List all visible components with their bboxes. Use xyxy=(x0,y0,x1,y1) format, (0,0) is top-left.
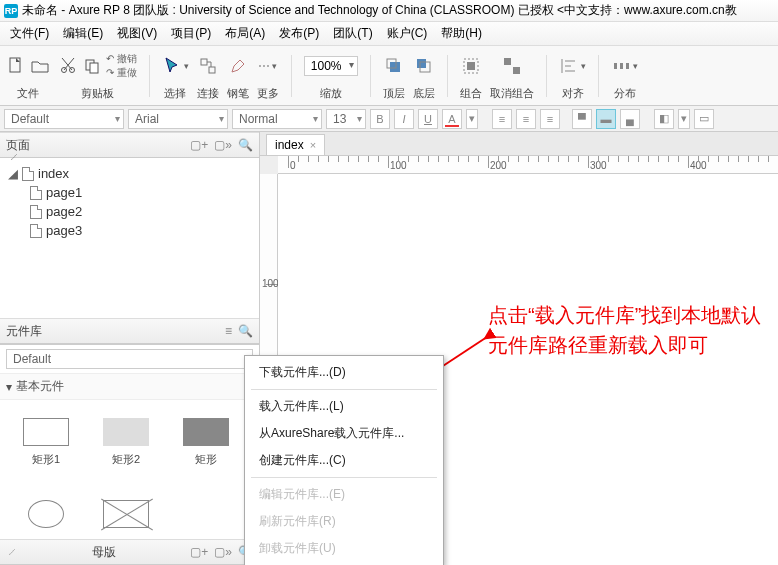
ungroup-icon[interactable] xyxy=(502,56,522,76)
valign-bottom-button[interactable]: ▄ xyxy=(620,109,640,129)
context-item[interactable]: 从AxureShare载入元件库... xyxy=(245,420,443,447)
horizontal-ruler: 0100200300400 xyxy=(278,156,778,174)
page-icon xyxy=(30,224,42,238)
widgets-panel-title: 元件库 xyxy=(6,323,42,340)
align-left-button[interactable]: ≡ xyxy=(492,109,512,129)
svg-rect-4 xyxy=(90,63,98,73)
annotation-text: 点击“载入元件库”找到本地默认元件库路径重新载入即可 xyxy=(488,300,768,360)
svg-rect-9 xyxy=(417,59,426,68)
pin-icon[interactable]: ⟋ xyxy=(8,150,20,164)
masters-panel-header: ⟋ 母版 ▢+ ▢» 🔍 xyxy=(0,539,259,565)
menu-edit[interactable]: 编辑(E) xyxy=(57,23,109,44)
connect-tool-icon[interactable] xyxy=(198,56,218,76)
menu-publish[interactable]: 发布(P) xyxy=(273,23,325,44)
menu-view[interactable]: 视图(V) xyxy=(111,23,163,44)
font-color-button[interactable]: A xyxy=(442,109,462,129)
tree-root[interactable]: ◢index xyxy=(8,164,251,183)
distribute-icon[interactable] xyxy=(611,56,631,76)
page-icon xyxy=(30,186,42,200)
tree-item[interactable]: page2 xyxy=(8,202,251,221)
context-item: 卸载元件库(U) xyxy=(245,535,443,562)
menu-project[interactable]: 项目(P) xyxy=(165,23,217,44)
toolbar-label-clip: 剪贴板 xyxy=(81,86,114,101)
redo-label[interactable]: ↷ 重做 xyxy=(106,66,137,80)
toolbar-label-align: 对齐 xyxy=(562,86,584,101)
font-weight-select[interactable]: Normal xyxy=(232,109,322,129)
context-item: 刷新元件库(R) xyxy=(245,508,443,535)
menu-file[interactable]: 文件(F) xyxy=(4,23,55,44)
toolbar-label-zoom: 缩放 xyxy=(320,86,342,101)
widgets-panel: Default ▾基本元件 矩形1 矩形2 矩形 xyxy=(0,344,259,539)
masters-panel-title: 母版 xyxy=(92,544,116,561)
context-item: 编辑元件库...(E) xyxy=(245,481,443,508)
section-header[interactable]: ▾基本元件 xyxy=(0,374,259,400)
bring-front-icon[interactable] xyxy=(384,56,404,76)
valign-middle-button[interactable]: ▬ xyxy=(596,109,616,129)
separator xyxy=(149,55,150,97)
border-more[interactable]: ▭ xyxy=(694,109,714,129)
library-context-menu: 下载元件库...(D)载入元件库...(L)从AxureShare载入元件库..… xyxy=(244,355,444,565)
underline-button[interactable]: U xyxy=(418,109,438,129)
add-master-folder-icon[interactable]: ▢» xyxy=(214,545,232,559)
align-center-button[interactable]: ≡ xyxy=(516,109,536,129)
align-right-button[interactable]: ≡ xyxy=(540,109,560,129)
context-item[interactable]: 载入元件库...(L) xyxy=(245,393,443,420)
pen-tool-icon[interactable] xyxy=(228,56,248,76)
italic-button[interactable]: I xyxy=(394,109,414,129)
align-icon[interactable] xyxy=(559,56,579,76)
send-back-icon[interactable] xyxy=(414,56,434,76)
menu-account[interactable]: 账户(C) xyxy=(381,23,434,44)
fill-color-button[interactable]: ◧ xyxy=(654,109,674,129)
new-file-icon[interactable] xyxy=(6,56,26,76)
library-select[interactable]: Default xyxy=(6,349,253,369)
svg-rect-5 xyxy=(201,59,207,65)
toolbar-label-ungroup: 取消组合 xyxy=(490,86,534,101)
menu-layout[interactable]: 布局(A) xyxy=(219,23,271,44)
bold-button[interactable]: B xyxy=(370,109,390,129)
search-widgets-icon[interactable]: 🔍 xyxy=(238,324,253,338)
app-logo: RP xyxy=(4,4,18,18)
separator xyxy=(291,55,292,97)
font-select[interactable]: Arial xyxy=(128,109,228,129)
widget-rect2[interactable]: 矩形2 xyxy=(86,406,166,478)
font-color-more[interactable]: ▾ xyxy=(466,109,478,129)
open-file-icon[interactable] xyxy=(30,56,50,76)
widgets-panel-header: 元件库 ≡ 🔍 xyxy=(0,318,259,344)
context-item[interactable]: 下载元件库...(D) xyxy=(245,359,443,386)
zoom-select[interactable]: 100% xyxy=(304,56,359,76)
select-tool-icon[interactable] xyxy=(162,56,182,76)
widget-rect1[interactable]: 矩形1 xyxy=(6,406,86,478)
add-master-icon[interactable]: ▢+ xyxy=(190,545,208,559)
tree-item[interactable]: page1 xyxy=(8,183,251,202)
widget-rect3[interactable]: 矩形 xyxy=(166,406,246,478)
left-column: ⟋ 页面 ▢+ ▢» 🔍 ◢index page1 page2 page3 元件… xyxy=(0,132,260,565)
more-tools-icon[interactable]: ⋯ xyxy=(258,59,270,73)
svg-rect-16 xyxy=(620,63,623,69)
undo-label[interactable]: ↶ 撤销 xyxy=(106,52,137,66)
copy-icon[interactable] xyxy=(82,56,102,76)
menu-help[interactable]: 帮助(H) xyxy=(435,23,488,44)
tab-index[interactable]: index× xyxy=(266,134,325,155)
fill-color-more[interactable]: ▾ xyxy=(678,109,690,129)
svg-rect-15 xyxy=(614,63,617,69)
tree-item[interactable]: page3 xyxy=(8,221,251,240)
add-folder-icon[interactable]: ▢» xyxy=(214,138,232,152)
toolbar-label-bottom: 底层 xyxy=(413,86,435,101)
svg-rect-13 xyxy=(504,58,511,65)
main-toolbar: 文件 ↶ 撤销 ↷ 重做 剪贴板 ▾选择 连接 钢笔 ⋯▾更多 100%缩放 顶… xyxy=(0,46,778,106)
font-size-select[interactable]: 13 xyxy=(326,109,366,129)
group-icon[interactable] xyxy=(461,56,481,76)
valign-top-button[interactable]: ▀ xyxy=(572,109,592,129)
library-menu-icon[interactable]: ≡ xyxy=(225,324,232,338)
search-pages-icon[interactable]: 🔍 xyxy=(238,138,253,152)
close-tab-icon[interactable]: × xyxy=(310,139,316,151)
add-page-icon[interactable]: ▢+ xyxy=(190,138,208,152)
cut-icon[interactable] xyxy=(58,56,78,76)
menu-team[interactable]: 团队(T) xyxy=(327,23,378,44)
context-item[interactable]: 创建元件库...(C) xyxy=(245,447,443,474)
toolbar-label-select: 选择 xyxy=(164,86,186,101)
pages-tree: ◢index page1 page2 page3 xyxy=(0,158,259,318)
title-bar: RP 未命名 - Axure RP 8 团队版 : University of … xyxy=(0,0,778,22)
style-select[interactable]: Default xyxy=(4,109,124,129)
separator xyxy=(546,55,547,97)
